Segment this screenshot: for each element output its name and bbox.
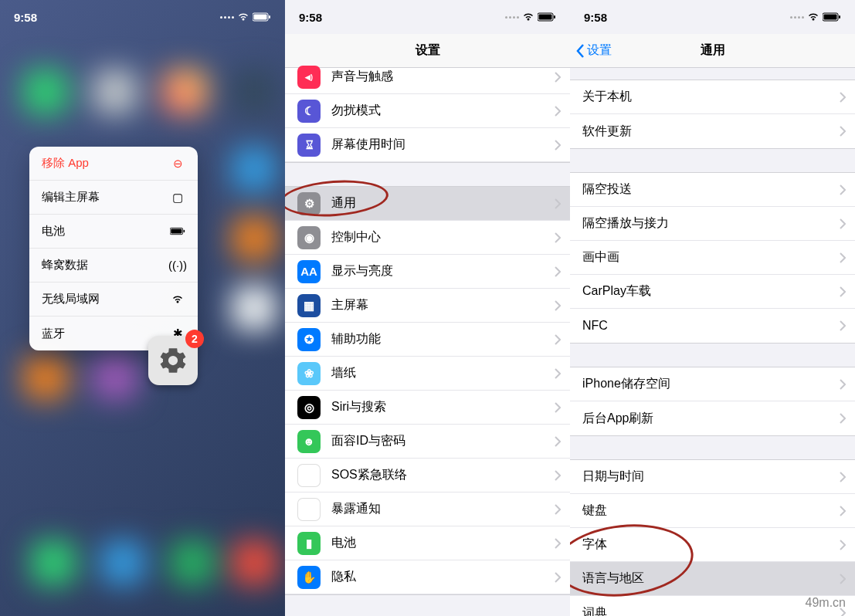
ctx-label: 编辑主屏幕	[42, 190, 100, 205]
settings-row[interactable]: ❀墙纸	[285, 357, 570, 391]
back-button[interactable]: 设置	[576, 42, 612, 59]
row-icon: AA	[297, 260, 321, 283]
ctx-item[interactable]: 无线局域网	[29, 283, 198, 316]
svg-rect-7	[539, 15, 552, 20]
battery-icon	[538, 12, 556, 22]
group-separator	[285, 162, 570, 187]
row-label: iPhone储存空间	[582, 376, 840, 392]
settings-row[interactable]: ✪辅助功能	[285, 323, 570, 357]
settings-row[interactable]: ◀︎)声音与触感	[285, 60, 570, 94]
general-row[interactable]: 隔空投送	[570, 173, 855, 207]
row-label: 日期与时间	[582, 469, 840, 485]
general-rows: 关于本机软件更新隔空投送隔空播放与接力画中画CarPlay车载NFCiPhone…	[570, 68, 855, 616]
row-label: 软件更新	[582, 124, 840, 140]
settings-row[interactable]: ⌛︎屏幕使用时间	[285, 128, 570, 162]
settings-app-icon[interactable]: 2	[148, 336, 198, 385]
row-label: 显示与亮度	[331, 263, 555, 279]
ctx-label: 移除 App	[42, 156, 89, 171]
row-icon: ⌛︎	[297, 134, 321, 157]
row-label: CarPlay车载	[582, 283, 840, 300]
group-separator	[570, 68, 855, 80]
ctx-label: 无线局域网	[42, 292, 100, 306]
general-row[interactable]: 键盘	[570, 494, 855, 528]
context-menu: 移除 App⊖编辑主屏幕▢电池蜂窝数据((·))无线局域网蓝牙✱	[29, 147, 198, 350]
group-separator	[285, 594, 570, 616]
settings-row[interactable]: ☾勿扰模式	[285, 94, 570, 128]
row-label: 隔空播放与接力	[582, 215, 840, 232]
nav-title: 通用	[701, 42, 725, 59]
status-time: 9:58	[299, 11, 322, 24]
row-icon: ✋	[297, 566, 321, 589]
settings-row[interactable]: ⚙︎通用	[285, 187, 570, 221]
phone-home-screen: 9:58 移除 App⊖编辑主屏幕▢电池蜂窝数据((·))无线局域网蓝牙✱ 2	[0, 0, 285, 616]
battery-icon	[823, 12, 841, 22]
row-label: 词典	[582, 605, 840, 617]
svg-rect-8	[554, 15, 555, 19]
general-row[interactable]: 语言与地区	[570, 562, 855, 596]
general-row[interactable]: NFC	[570, 309, 855, 343]
status-indicators	[505, 12, 556, 22]
ctx-item[interactable]: 蜂窝数据((·))	[29, 249, 198, 283]
row-label: 辅助功能	[331, 331, 555, 347]
ctx-item[interactable]: 移除 App⊖	[29, 147, 198, 181]
row-label: 字体	[582, 536, 840, 553]
row-label: 墙纸	[331, 365, 555, 381]
row-icon: ◉	[297, 226, 321, 249]
general-row[interactable]: 隔空播放与接力	[570, 207, 855, 241]
settings-row[interactable]: ▦主屏幕	[285, 289, 570, 323]
svg-rect-5	[184, 230, 185, 232]
row-label: 键盘	[582, 503, 840, 519]
svg-rect-10	[824, 15, 837, 20]
settings-row[interactable]: ☻面容ID与密码	[285, 425, 570, 459]
settings-row[interactable]: SOSSOS紧急联络	[285, 459, 570, 492]
row-label: 隐私	[331, 569, 555, 585]
chevron-left-icon	[576, 43, 585, 59]
nav-bar: 设置 通用	[570, 34, 855, 68]
settings-row[interactable]: ◎Siri与搜索	[285, 391, 570, 425]
row-label: 面容ID与密码	[331, 433, 555, 449]
battery-icon	[170, 227, 185, 235]
general-row[interactable]: 关于本机	[570, 80, 855, 114]
nav-title: 设置	[416, 42, 440, 59]
row-label: 后台App刷新	[582, 411, 840, 427]
general-row[interactable]: iPhone储存空间	[570, 367, 855, 401]
settings-row[interactable]: ✲暴露通知	[285, 492, 570, 526]
general-row[interactable]: 后台App刷新	[570, 401, 855, 435]
▢-icon: ▢	[170, 191, 185, 205]
row-label: 控制中心	[331, 229, 555, 245]
general-row[interactable]: CarPlay车载	[570, 275, 855, 309]
settings-row[interactable]: AA显示与亮度	[285, 255, 570, 289]
general-row[interactable]: 软件更新	[570, 114, 855, 148]
row-label: SOS紧急联络	[331, 467, 555, 483]
row-label: Siri与搜索	[331, 399, 555, 415]
notification-badge: 2	[185, 330, 204, 348]
row-icon: ◎	[297, 396, 321, 419]
group-separator	[570, 435, 855, 460]
row-label: 画中画	[582, 249, 840, 266]
row-label: 通用	[331, 195, 555, 212]
status-time: 9:58	[584, 11, 607, 24]
general-row[interactable]: 日期与时间	[570, 460, 855, 494]
settings-row[interactable]: ✋隐私	[285, 560, 570, 594]
row-icon: ✪	[297, 328, 321, 351]
row-group: 日期与时间键盘字体语言与地区词典	[570, 460, 855, 616]
row-label: 勿扰模式	[331, 103, 555, 119]
status-bar: 9:58	[285, 0, 570, 34]
ctx-item[interactable]: 电池	[29, 215, 198, 249]
wifi-icon	[522, 12, 534, 22]
row-label: 暴露通知	[331, 501, 555, 517]
svg-rect-11	[839, 15, 840, 19]
ctx-label: 电池	[42, 224, 65, 239]
row-label: 电池	[331, 535, 555, 551]
⊖-icon: ⊖	[170, 157, 185, 171]
row-icon: ◀︎)	[297, 66, 321, 89]
settings-row[interactable]: ▮电池	[285, 526, 570, 560]
general-row[interactable]: 画中画	[570, 241, 855, 275]
row-icon: ☾	[297, 100, 321, 123]
settings-row[interactable]: ◉控制中心	[285, 221, 570, 255]
row-group: 隔空投送隔空播放与接力画中画CarPlay车载NFC	[570, 173, 855, 343]
general-row[interactable]: 字体	[570, 528, 855, 562]
row-label: 主屏幕	[331, 297, 555, 313]
row-label: 隔空投送	[582, 181, 840, 198]
ctx-item[interactable]: 编辑主屏幕▢	[29, 181, 198, 215]
